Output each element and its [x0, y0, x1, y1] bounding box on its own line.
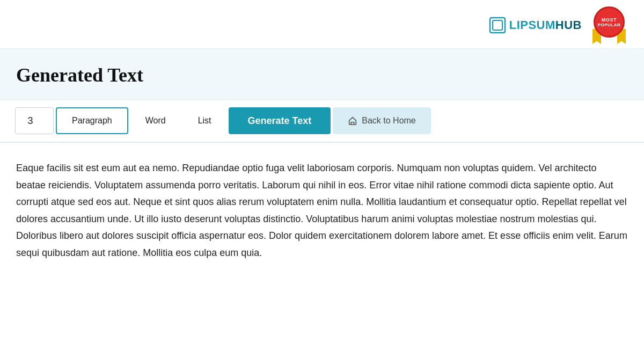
logo-area: LIPSUMHUB [489, 17, 582, 34]
badge-popular-text: POPULAR [598, 23, 621, 27]
count-input[interactable] [15, 107, 54, 134]
badge-circle: MOST POPULAR [594, 6, 625, 38]
logo-hub: HUB [555, 18, 582, 32]
logo-text: LIPSUMHUB [509, 18, 582, 32]
title-section: Generated Text [0, 49, 644, 100]
paragraph-button[interactable]: Paragraph [56, 107, 128, 134]
list-button[interactable]: List [183, 107, 226, 134]
page-title: Generated Text [16, 64, 628, 86]
controls-bar: Paragraph Word List Generate Text Back t… [0, 100, 644, 143]
home-icon [348, 116, 357, 126]
back-label: Back to Home [362, 116, 415, 126]
word-button[interactable]: Word [130, 107, 181, 134]
generate-button[interactable]: Generate Text [229, 107, 331, 134]
back-to-home-button[interactable]: Back to Home [333, 107, 430, 134]
text-content-area: Eaque facilis sit est eum aut ea nemo. R… [0, 143, 644, 283]
top-bar: LIPSUMHUB MOST POPULAR [0, 0, 644, 49]
badge-most-text: MOST [602, 17, 617, 23]
generated-paragraph: Eaque facilis sit est eum aut ea nemo. R… [16, 160, 628, 261]
svg-rect-1 [493, 20, 502, 30]
logo-icon [489, 17, 506, 34]
logo-lipsum: LIPSUM [509, 18, 555, 32]
most-popular-badge: MOST POPULAR [590, 6, 628, 44]
